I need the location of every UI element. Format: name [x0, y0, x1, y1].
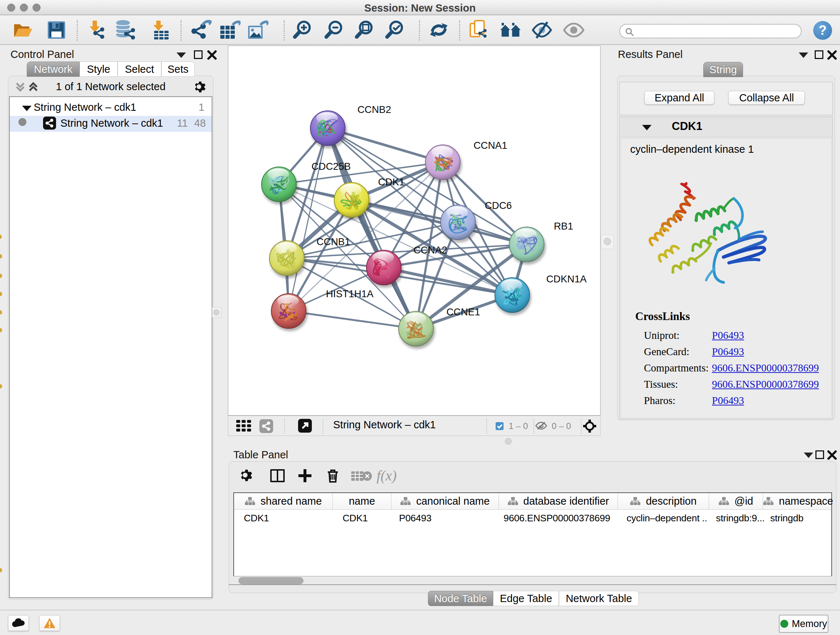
svg-text:CDC6: CDC6 — [485, 200, 512, 211]
svg-text:HIST1H1A: HIST1H1A — [326, 288, 374, 299]
svg-text:CDKN1A: CDKN1A — [546, 273, 587, 285]
svg-text:CCNE1: CCNE1 — [447, 306, 480, 318]
svg-text:RB1: RB1 — [554, 220, 573, 232]
svg-text:CCNB1: CCNB1 — [317, 236, 350, 247]
svg-text:CDC25B: CDC25B — [311, 161, 351, 172]
svg-text:CCNB2: CCNB2 — [357, 104, 391, 115]
svg-text:CDK1: CDK1 — [378, 176, 404, 187]
svg-text:CCNA1: CCNA1 — [474, 140, 507, 151]
svg-text:CCNA2: CCNA2 — [414, 244, 447, 256]
